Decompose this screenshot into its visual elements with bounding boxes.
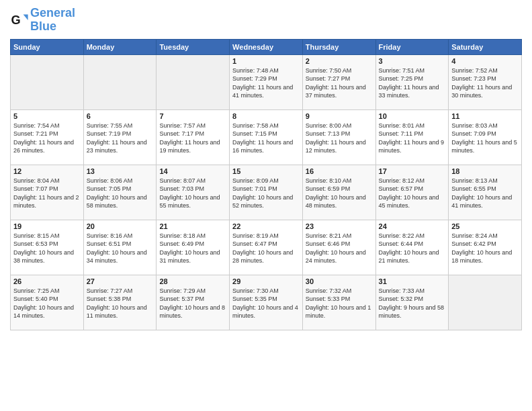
day-info: Sunrise: 8:21 AMSunset: 6:46 PMDaylight:… <box>306 232 373 265</box>
day-number: 8 <box>232 112 300 120</box>
day-info: Sunrise: 8:04 AMSunset: 7:07 PMDaylight:… <box>13 177 81 210</box>
week-row-4: 19Sunrise: 8:15 AMSunset: 6:53 PMDayligh… <box>11 220 522 275</box>
day-cell: 23Sunrise: 8:21 AMSunset: 6:46 PMDayligh… <box>302 220 375 275</box>
day-info: Sunrise: 8:10 AMSunset: 6:59 PMDaylight:… <box>306 177 373 210</box>
day-cell <box>83 54 157 109</box>
day-number: 1 <box>232 57 300 65</box>
week-row-2: 5Sunrise: 7:54 AMSunset: 7:21 PMDaylight… <box>11 109 522 165</box>
day-info: Sunrise: 8:19 AMSunset: 6:47 PMDaylight:… <box>232 232 300 265</box>
day-cell: 6Sunrise: 7:55 AMSunset: 7:19 PMDaylight… <box>83 109 157 165</box>
header-row: SundayMondayTuesdayWednesdayThursdayFrid… <box>11 39 522 54</box>
day-number: 28 <box>159 277 226 285</box>
day-cell: 1Sunrise: 7:48 AMSunset: 7:29 PMDaylight… <box>230 54 303 109</box>
day-number: 23 <box>306 222 373 230</box>
day-cell <box>157 54 230 109</box>
calendar-container: G General Blue SundayMondayTuesdayWednes… <box>0 0 532 337</box>
day-cell: 3Sunrise: 7:51 AMSunset: 7:25 PMDaylight… <box>375 54 449 109</box>
day-cell: 17Sunrise: 8:12 AMSunset: 6:57 PMDayligh… <box>375 165 449 220</box>
day-info: Sunrise: 7:51 AMSunset: 7:25 PMDaylight:… <box>379 66 446 100</box>
day-cell: 26Sunrise: 7:25 AMSunset: 5:40 PMDayligh… <box>11 275 84 330</box>
day-number: 18 <box>451 167 519 175</box>
day-info: Sunrise: 8:06 AMSunset: 7:05 PMDaylight:… <box>87 177 154 210</box>
day-cell: 20Sunrise: 8:16 AMSunset: 6:51 PMDayligh… <box>83 220 157 275</box>
day-number: 2 <box>306 57 373 65</box>
header-cell-wednesday: Wednesday <box>230 39 303 54</box>
logo-icon: G <box>10 11 29 30</box>
day-cell: 10Sunrise: 8:01 AMSunset: 7:11 PMDayligh… <box>375 109 449 165</box>
day-info: Sunrise: 7:57 AMSunset: 7:17 PMDaylight:… <box>159 122 226 155</box>
day-number: 30 <box>306 277 373 285</box>
day-info: Sunrise: 7:29 AMSunset: 5:37 PMDaylight:… <box>159 287 226 320</box>
calendar-table: SundayMondayTuesdayWednesdayThursdayFrid… <box>10 39 522 330</box>
day-cell: 25Sunrise: 8:24 AMSunset: 6:42 PMDayligh… <box>449 220 522 275</box>
day-info: Sunrise: 7:48 AMSunset: 7:29 PMDaylight:… <box>232 66 300 100</box>
header-cell-saturday: Saturday <box>449 39 522 54</box>
day-cell: 12Sunrise: 8:04 AMSunset: 7:07 PMDayligh… <box>11 165 84 220</box>
day-info: Sunrise: 8:07 AMSunset: 7:03 PMDaylight:… <box>159 177 226 210</box>
day-info: Sunrise: 7:27 AMSunset: 5:38 PMDaylight:… <box>87 287 154 320</box>
day-cell: 11Sunrise: 8:03 AMSunset: 7:09 PMDayligh… <box>449 109 522 165</box>
day-info: Sunrise: 8:01 AMSunset: 7:11 PMDaylight:… <box>379 122 446 155</box>
day-number: 22 <box>232 222 300 230</box>
day-number: 3 <box>379 57 446 65</box>
day-info: Sunrise: 8:03 AMSunset: 7:09 PMDaylight:… <box>451 122 519 155</box>
header-cell-tuesday: Tuesday <box>157 39 230 54</box>
day-number: 27 <box>87 277 154 285</box>
day-info: Sunrise: 7:52 AMSunset: 7:23 PMDaylight:… <box>451 66 519 100</box>
svg-marker-1 <box>24 14 28 19</box>
day-info: Sunrise: 8:16 AMSunset: 6:51 PMDaylight:… <box>87 232 154 265</box>
day-cell: 5Sunrise: 7:54 AMSunset: 7:21 PMDaylight… <box>11 109 84 165</box>
header: G General Blue <box>10 7 522 34</box>
day-cell: 15Sunrise: 8:09 AMSunset: 7:01 PMDayligh… <box>230 165 303 220</box>
day-number: 4 <box>451 57 519 65</box>
day-cell: 19Sunrise: 8:15 AMSunset: 6:53 PMDayligh… <box>11 220 84 275</box>
day-number: 9 <box>306 112 373 120</box>
day-cell: 29Sunrise: 7:30 AMSunset: 5:35 PMDayligh… <box>230 275 303 330</box>
day-info: Sunrise: 7:50 AMSunset: 7:27 PMDaylight:… <box>306 66 373 100</box>
day-cell: 31Sunrise: 7:33 AMSunset: 5:32 PMDayligh… <box>375 275 449 330</box>
day-info: Sunrise: 7:30 AMSunset: 5:35 PMDaylight:… <box>232 287 300 320</box>
day-cell: 27Sunrise: 7:27 AMSunset: 5:38 PMDayligh… <box>83 275 157 330</box>
header-cell-friday: Friday <box>375 39 449 54</box>
day-cell: 14Sunrise: 8:07 AMSunset: 7:03 PMDayligh… <box>157 165 230 220</box>
day-info: Sunrise: 7:25 AMSunset: 5:40 PMDaylight:… <box>13 287 81 320</box>
day-info: Sunrise: 8:09 AMSunset: 7:01 PMDaylight:… <box>232 177 300 210</box>
day-cell <box>11 54 84 109</box>
day-number: 7 <box>159 112 226 120</box>
day-cell: 22Sunrise: 8:19 AMSunset: 6:47 PMDayligh… <box>230 220 303 275</box>
day-cell: 28Sunrise: 7:29 AMSunset: 5:37 PMDayligh… <box>157 275 230 330</box>
day-number: 5 <box>13 112 81 120</box>
day-number: 24 <box>379 222 446 230</box>
day-number: 15 <box>232 167 300 175</box>
day-number: 21 <box>159 222 226 230</box>
day-number: 12 <box>13 167 81 175</box>
day-info: Sunrise: 8:24 AMSunset: 6:42 PMDaylight:… <box>451 232 519 265</box>
day-number: 29 <box>232 277 300 285</box>
header-cell-sunday: Sunday <box>11 39 84 54</box>
day-number: 26 <box>13 277 81 285</box>
logo-line2: Blue <box>30 20 75 34</box>
logo-line1: General <box>30 7 75 20</box>
week-row-1: 1Sunrise: 7:48 AMSunset: 7:29 PMDaylight… <box>11 54 522 109</box>
day-cell: 4Sunrise: 7:52 AMSunset: 7:23 PMDaylight… <box>449 54 522 109</box>
day-info: Sunrise: 8:13 AMSunset: 6:55 PMDaylight:… <box>451 177 519 210</box>
day-number: 31 <box>379 277 446 285</box>
week-row-5: 26Sunrise: 7:25 AMSunset: 5:40 PMDayligh… <box>11 275 522 330</box>
logo: G General Blue <box>10 7 75 34</box>
day-info: Sunrise: 8:12 AMSunset: 6:57 PMDaylight:… <box>379 177 446 210</box>
week-row-3: 12Sunrise: 8:04 AMSunset: 7:07 PMDayligh… <box>11 165 522 220</box>
day-cell <box>449 275 522 330</box>
day-cell: 30Sunrise: 7:32 AMSunset: 5:33 PMDayligh… <box>302 275 375 330</box>
day-info: Sunrise: 7:55 AMSunset: 7:19 PMDaylight:… <box>87 122 154 155</box>
day-number: 13 <box>87 167 154 175</box>
day-number: 11 <box>451 112 519 120</box>
day-cell: 8Sunrise: 7:58 AMSunset: 7:15 PMDaylight… <box>230 109 303 165</box>
day-number: 19 <box>13 222 81 230</box>
day-info: Sunrise: 7:58 AMSunset: 7:15 PMDaylight:… <box>232 122 300 155</box>
day-info: Sunrise: 8:22 AMSunset: 6:44 PMDaylight:… <box>379 232 446 265</box>
day-number: 16 <box>306 167 373 175</box>
day-number: 20 <box>87 222 154 230</box>
day-cell: 18Sunrise: 8:13 AMSunset: 6:55 PMDayligh… <box>449 165 522 220</box>
day-number: 25 <box>451 222 519 230</box>
day-cell: 24Sunrise: 8:22 AMSunset: 6:44 PMDayligh… <box>375 220 449 275</box>
